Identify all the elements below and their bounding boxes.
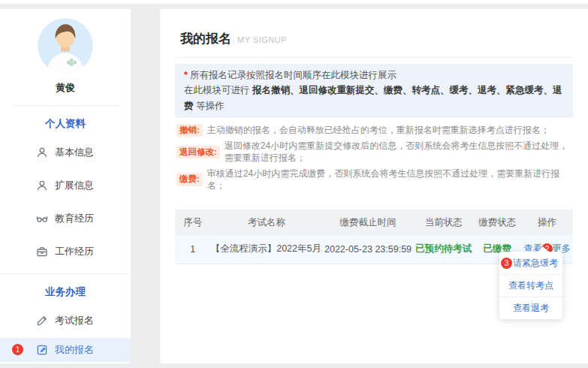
col-status: 当前状态: [414, 210, 474, 235]
pencil-icon: [36, 315, 48, 327]
menu-item-view-transfer[interactable]: 查看转考点: [499, 274, 562, 297]
tip-text: 主动撤销的报名，会自动释放已经抢占的考位，重新报名时需重新选择考点进行报名；: [207, 124, 550, 136]
notice-line-2-suffix: 等操作: [194, 101, 225, 111]
title-row: 我的报名 MY SIGNUP: [175, 30, 573, 47]
avatar: [38, 18, 93, 74]
avatar-wrap: [0, 9, 131, 74]
col-exam-name: 考试名称: [211, 210, 322, 235]
col-payment-status: 缴费状态: [473, 210, 521, 235]
menu-item-label: 查看退考: [513, 302, 549, 315]
menu-item-view-withdraw[interactable]: 查看退考: [499, 297, 562, 319]
notice-line-1: *所有报名记录按照报名时间顺序在此模块进行展示: [184, 68, 564, 83]
signup-table-wrap: 序号 考试名称 缴费截止时间 当前状态 缴费状态 操作 1 【全流程演示】202…: [175, 210, 573, 264]
step-badge-3: 3: [501, 258, 512, 269]
sidebar-item-extended-info[interactable]: 扩展信息: [0, 174, 131, 197]
step-badge-1: 1: [12, 344, 23, 355]
main-content: 我的报名 MY SIGNUP *所有报名记录按照报名时间顺序在此模块进行展示 在…: [160, 9, 588, 363]
user-name: 黄俊: [0, 81, 131, 95]
user-icon: [36, 146, 48, 158]
tip-return-modify: 退回修改: 退回修改24小时内需重新提交修改后的信息，否则系统会将考生信息按照不…: [176, 140, 573, 164]
sidebar-heading-profile: 个人资料: [0, 117, 131, 131]
user-icon: [36, 179, 48, 192]
cell-deadline: 2022-05-23 23:59:59: [322, 235, 414, 264]
menu-item-label: 查看转考点: [508, 279, 553, 292]
sidebar-item-label: 扩展信息: [55, 179, 94, 192]
sidebar: 黄俊 个人资料 基本信息 扩展信息 教育经历 工作经历: [0, 9, 131, 363]
page: 黄俊 个人资料 基本信息 扩展信息 教育经历 工作经历: [0, 0, 588, 368]
title-divider: [175, 57, 573, 58]
top-bar: [0, 0, 588, 4]
sidebar-item-label: 基本信息: [55, 146, 94, 159]
page-title: 我的报名: [180, 30, 231, 47]
more-actions-dropdown: 3 申请紧急缓考 查看转考点 查看退考: [499, 252, 562, 319]
notice-box: *所有报名记录按照报名时间顺序在此模块进行展示 在此模块可进行 报名撤销、退回修…: [175, 64, 573, 118]
avatar-illustration: [38, 18, 93, 74]
required-asterisk: *: [184, 70, 188, 80]
notice-line-1-text: 所有报名记录按照报名时间顺序在此模块进行展示: [190, 70, 397, 80]
tips-list: 撤销: 主动撤销的报名，会自动释放已经抢占的考位，重新报名时需重新选择考点进行报…: [175, 124, 573, 192]
cell-status: 已预约待考试: [414, 235, 474, 264]
col-index: 序号: [175, 210, 211, 235]
sidebar-item-my-signup[interactable]: 1 我的报名: [0, 338, 131, 362]
table-header-row: 序号 考试名称 缴费截止时间 当前状态 缴费状态 操作: [175, 210, 573, 235]
menu-item-emergency-postpone[interactable]: 3 申请紧急缓考: [499, 252, 562, 274]
sidebar-divider: [12, 105, 119, 106]
notice-line-2-prefix: 在此模块可进行: [184, 85, 252, 95]
sidebar-item-education[interactable]: 教育经历: [0, 207, 131, 230]
sidebar-divider: [0, 273, 131, 274]
tip-text: 退回修改24小时内需重新提交修改后的信息，否则系统会将考生信息按照不通过处理，需…: [225, 140, 573, 164]
tip-tag-return-modify: 退回修改:: [176, 146, 220, 159]
sidebar-item-basic-info[interactable]: 基本信息: [0, 141, 131, 164]
cell-exam-name: 【全流程演示】2022年5月2...: [211, 235, 322, 264]
sidebar-item-exam-signup[interactable]: 考试报名: [0, 309, 131, 332]
col-actions: 操作: [521, 210, 573, 235]
sidebar-heading-business: 业务办理: [0, 285, 131, 299]
tip-tag-cancel: 撤销:: [176, 124, 203, 137]
briefcase-icon: [36, 246, 48, 258]
col-deadline: 缴费截止时间: [322, 210, 414, 235]
glasses-icon: [36, 213, 48, 225]
tip-text: 审核通过24小时内需完成缴费，否则系统会将考生信息按照不通过处理，需要重新进行报…: [207, 167, 573, 192]
tip-tag-payment: 缴费:: [176, 173, 203, 186]
notice-line-2: 在此模块可进行 报名撤销、退回修改重新提交、缴费、转考点、缓考、退考、紧急缓考、…: [184, 83, 564, 113]
page-subtitle: MY SIGNUP: [237, 35, 287, 44]
sidebar-item-label: 考试报名: [55, 314, 94, 327]
sidebar-item-label: 教育经历: [55, 212, 94, 225]
sidebar-item-label: 工作经历: [55, 245, 94, 258]
edit-doc-icon: [36, 344, 48, 356]
tip-payment: 缴费: 审核通过24小时内需完成缴费，否则系统会将考生信息按照不通过处理，需要重…: [176, 167, 573, 192]
sidebar-item-label: 我的报名: [55, 343, 94, 357]
sidebar-item-work[interactable]: 工作经历: [0, 240, 131, 263]
cell-index: 1: [175, 235, 211, 264]
tip-cancel: 撤销: 主动撤销的报名，会自动释放已经抢占的考位，重新报名时需重新选择考点进行报…: [176, 124, 573, 137]
